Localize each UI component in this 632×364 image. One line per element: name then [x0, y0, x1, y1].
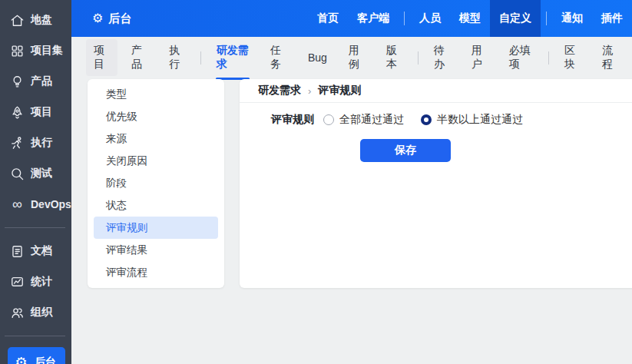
list-item-close-reason[interactable]: 关闭原因 [94, 150, 218, 172]
subnav-execution[interactable]: 执行 [161, 39, 193, 76]
radio-checked-icon[interactable] [421, 114, 432, 125]
review-rule-form-row: 评审规则 全部通过通过 半数以上通过通过 [240, 113, 632, 127]
topbar-title: 后台 [108, 12, 131, 26]
sidebar-divider [5, 227, 65, 228]
sidebar-item-label: 后台 [35, 356, 56, 364]
review-rule-label: 评审规则 [271, 113, 314, 127]
search-icon [10, 167, 25, 181]
gear-icon: ⚙ [14, 356, 28, 364]
sidebar-item-devops[interactable]: ∞ DevOps [0, 189, 71, 220]
radio-option-all-pass[interactable]: 全部通过通过 [323, 113, 404, 127]
lightbulb-icon [10, 74, 25, 89]
sidebar-item-dashboard[interactable]: 地盘 [0, 5, 71, 35]
subnav-block[interactable]: 区块 [557, 39, 588, 76]
secondary-nav: 项目 产品 执行 研发需求 任务 Bug 用例 版本 待办 用户 必填项 区块 … [71, 37, 632, 78]
subnav-project[interactable]: 项目 [86, 39, 117, 76]
radio-unchecked-icon[interactable] [323, 114, 334, 125]
sidebar-item-program[interactable]: 项目集 [0, 35, 71, 66]
top-menu-custom[interactable]: 自定义 [490, 0, 541, 37]
subnav-story[interactable]: 研发需求 [209, 39, 256, 76]
breadcrumb-separator-icon: › [308, 85, 311, 97]
settings-list-panel: 类型 优先级 来源 关闭原因 阶段 状态 评审规则 评审结果 评审流程 [88, 79, 224, 288]
sidebar-item-stats[interactable]: 统计 [0, 266, 71, 297]
runner-icon [10, 136, 25, 151]
infinity-icon: ∞ [10, 197, 25, 212]
top-menu-staff[interactable]: 人员 [410, 0, 450, 37]
breadcrumb-parent[interactable]: 研发需求 [258, 84, 301, 98]
list-item-status[interactable]: 状态 [94, 194, 218, 217]
list-item-review-flow[interactable]: 评审流程 [94, 261, 218, 283]
sidebar-item-label: 项目 [31, 105, 52, 119]
sidebar-item-label: 统计 [31, 275, 52, 289]
breadcrumb-current: 评审规则 [318, 84, 361, 98]
topbar-brand: ⚙ 后台 [71, 0, 131, 37]
sidebar-item-label: 产品 [31, 74, 52, 88]
sidebar-item-label: DevOps [31, 198, 71, 210]
home-icon [10, 13, 25, 28]
sidebar-item-label: 组织 [31, 306, 52, 319]
sidebar-item-org[interactable]: 组织 [0, 297, 71, 328]
list-item-review-result[interactable]: 评审结果 [94, 239, 218, 261]
subnav-required[interactable]: 必填项 [501, 39, 541, 76]
list-item-priority[interactable]: 优先级 [94, 105, 218, 127]
subnav-divider [200, 51, 201, 65]
subnav-product[interactable]: 产品 [124, 39, 155, 76]
subnav-task[interactable]: 任务 [263, 39, 294, 76]
sidebar-item-label: 地盘 [31, 13, 52, 27]
document-icon [10, 244, 25, 259]
list-item-source[interactable]: 来源 [94, 127, 218, 150]
sidebar-item-testing[interactable]: 测试 [0, 158, 71, 189]
breadcrumb: 研发需求 › 评审规则 [240, 79, 632, 103]
sidebar-item-project[interactable]: 项目 [0, 97, 71, 127]
subnav-bug[interactable]: Bug [300, 47, 335, 68]
save-button[interactable]: 保存 [360, 139, 451, 162]
main-panel: 研发需求 › 评审规则 评审规则 全部通过通过 半数以上通过通过 保存 [240, 79, 632, 288]
subnav-flow[interactable]: 流程 [594, 39, 626, 76]
sidebar-item-label: 测试 [31, 167, 52, 180]
radio-option-half-pass[interactable]: 半数以上通过通过 [421, 113, 523, 127]
sidebar-item-admin[interactable]: ⚙ 后台 [8, 347, 65, 364]
subnav-build[interactable]: 版本 [379, 39, 410, 76]
grid-icon [10, 44, 25, 58]
top-menu-home[interactable]: 首页 [308, 0, 348, 37]
sidebar-item-product[interactable]: 产品 [0, 66, 71, 97]
top-menu-client[interactable]: 客户端 [348, 0, 399, 37]
sidebar-item-label: 文档 [31, 244, 52, 258]
topbar-menu: 首页 客户端 人员 模型 自定义 通知 插件 [308, 0, 632, 37]
subnav-user[interactable]: 用户 [464, 39, 495, 76]
top-menu-model[interactable]: 模型 [450, 0, 490, 37]
topbar: ⚙ 后台 首页 客户端 人员 模型 自定义 通知 插件 [71, 0, 632, 37]
gear-icon: ⚙ [92, 12, 103, 25]
review-rule-options: 全部通过通过 半数以上通过通过 [323, 113, 540, 127]
sidebar-item-label: 执行 [31, 136, 52, 150]
sidebar-item-label: 项目集 [31, 44, 63, 58]
sidebar: 地盘 项目集 产品 项目 执行 测试 ∞ DevOps [0, 0, 71, 364]
subnav-divider [418, 51, 419, 65]
list-item-type[interactable]: 类型 [94, 83, 218, 105]
sidebar-item-execution[interactable]: 执行 [0, 127, 71, 158]
sidebar-item-doc[interactable]: 文档 [0, 236, 71, 266]
people-icon [10, 306, 25, 320]
list-item-stage[interactable]: 阶段 [94, 172, 218, 194]
list-item-review-rule[interactable]: 评审规则 [94, 217, 218, 239]
chart-icon [10, 275, 25, 290]
subnav-divider [548, 51, 549, 65]
topbar-divider [404, 12, 405, 25]
top-menu-notify[interactable]: 通知 [552, 0, 592, 37]
subnav-case[interactable]: 用例 [341, 39, 372, 76]
top-menu-plugin[interactable]: 插件 [592, 0, 632, 37]
sidebar-divider [5, 336, 65, 336]
subnav-todo[interactable]: 待办 [426, 39, 458, 76]
rocket-icon [10, 105, 25, 120]
topbar-divider [546, 12, 547, 25]
